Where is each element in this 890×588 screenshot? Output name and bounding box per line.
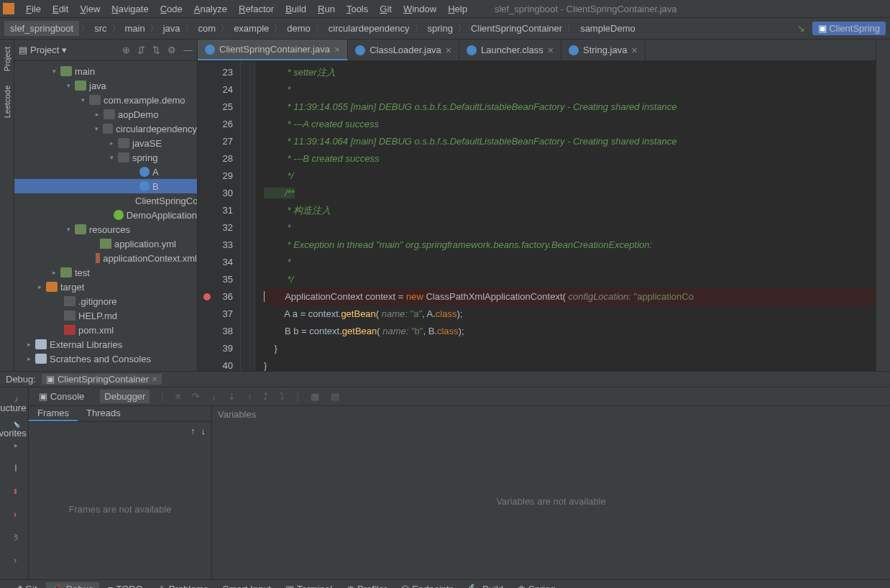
close-icon[interactable]: ×: [631, 45, 637, 56]
collapse-icon[interactable]: ⇅: [152, 45, 160, 55]
eval-icon[interactable]: ⤵: [280, 391, 285, 402]
tree-node[interactable]: DemoApplication: [14, 208, 197, 222]
force-step-icon[interactable]: ⇣: [228, 391, 236, 402]
tree-node[interactable]: ▸test: [14, 265, 197, 280]
menu-edit[interactable]: Edit: [47, 4, 74, 14]
project-panel-title[interactable]: ▤ Project ▾: [19, 45, 67, 55]
bottom-tab-debug[interactable]: 🐞Debug: [46, 582, 99, 588]
project-tree[interactable]: ▾main▾java▾com.example.demo▸aopDemo▾circ…: [14, 61, 197, 371]
locate-icon[interactable]: ⊕: [122, 45, 130, 55]
tree-node[interactable]: ▾resources: [14, 222, 197, 236]
drop-frame-icon[interactable]: ⤴: [263, 391, 268, 402]
tree-node[interactable]: ▸External Libraries: [14, 337, 197, 352]
menu-run[interactable]: Run: [312, 4, 341, 14]
layout2-icon[interactable]: ▤: [331, 391, 339, 402]
close-icon[interactable]: ×: [334, 44, 340, 55]
breadcrumb-seg[interactable]: sampleDemo: [577, 23, 638, 34]
code-area[interactable]: 232425262728293031323334353637383940 * s…: [198, 61, 890, 371]
run-cursor-icon[interactable]: ↑: [247, 391, 252, 402]
tree-node[interactable]: ▸aopDemo: [14, 107, 197, 121]
debug-session-tab[interactable]: ▣ ClientSpringContainer ×: [42, 374, 162, 385]
gutter[interactable]: 232425262728293031323334353637383940: [198, 61, 241, 371]
bottom-tab-smart-input[interactable]: Smart Input: [217, 582, 277, 588]
tree-node[interactable]: ▾com.example.demo: [14, 93, 197, 107]
step-into-icon[interactable]: ↷: [192, 391, 200, 402]
sidebar-tab-project[interactable]: Project: [3, 47, 12, 71]
bottom-tab-spring[interactable]: ❀Spring: [512, 582, 561, 588]
tree-node[interactable]: applicationContext.xml: [14, 251, 197, 265]
menu-analyze[interactable]: Analyze: [188, 4, 233, 14]
bottom-tab-problems[interactable]: ⚠Problems: [152, 582, 214, 588]
bottom-tab-terminal[interactable]: ▣Terminal: [280, 582, 338, 588]
sidebar-tab-leetcode[interactable]: Leetcode: [3, 86, 12, 118]
breadcrumb-seg[interactable]: example: [231, 23, 272, 34]
tree-node[interactable]: ▸Scratches and Consoles: [14, 352, 197, 366]
layout-icon[interactable]: ▦: [311, 391, 319, 402]
tree-node[interactable]: .gitignore: [14, 294, 197, 308]
bottom-tab-todo[interactable]: ≡TODO: [102, 582, 149, 588]
project-panel: ▤ Project ▾ ⊕ ⇵ ⇅ ⚙ — ▾main▾java▾com.exa…: [14, 40, 198, 371]
bottom-tab-endpoints[interactable]: ⬡Endpoints: [395, 582, 459, 588]
tree-node[interactable]: ▾circulardependency: [14, 121, 197, 136]
menu-navigate[interactable]: Navigate: [106, 4, 154, 14]
bottom-tab-profiler[interactable]: ◉Profiler: [341, 582, 393, 588]
breadcrumb-seg[interactable]: main: [122, 23, 148, 34]
bottom-tab-git[interactable]: ⎇Git: [6, 582, 43, 588]
menu-code[interactable]: Code: [155, 4, 188, 14]
sidebar-tab-favorites[interactable]: Favorites: [0, 428, 27, 438]
tree-node[interactable]: ▾spring: [14, 150, 197, 165]
tree-node[interactable]: pom.xml: [14, 323, 197, 337]
breadcrumb-seg[interactable]: circulardependency: [326, 23, 413, 34]
sidebar-tab-structure[interactable]: Structure: [0, 403, 26, 413]
close-icon[interactable]: ×: [446, 45, 451, 56]
expand-icon[interactable]: ⇵: [137, 45, 145, 55]
settings-icon[interactable]: ⚙: [168, 45, 176, 55]
breadcrumb-seg[interactable]: java: [160, 23, 183, 34]
menu-help[interactable]: Help: [442, 4, 473, 14]
tree-node[interactable]: ClientSpringCon: [14, 193, 197, 208]
tree-node[interactable]: ▸javaSE: [14, 136, 197, 150]
editor-tab[interactable]: ClassLoader.java×: [348, 40, 459, 60]
editor-tab[interactable]: ClientSpringContainer.java×: [198, 40, 348, 60]
source-code[interactable]: * setter注入 * * 11:39:14.055 [main] DEBUG…: [255, 61, 890, 371]
menu-git[interactable]: Git: [374, 4, 398, 14]
breadcrumb-seg[interactable]: slef_springboot: [4, 21, 79, 36]
menu-file[interactable]: File: [20, 4, 47, 14]
build-icon[interactable]: ↘: [797, 23, 805, 34]
menu-build[interactable]: Build: [280, 4, 312, 14]
menu-refactor[interactable]: Refactor: [233, 4, 280, 14]
fold-column[interactable]: [241, 61, 255, 371]
tree-node[interactable]: ▸target: [14, 280, 197, 294]
tree-node[interactable]: B: [14, 179, 197, 193]
prev-frame-icon[interactable]: ↑: [191, 426, 196, 436]
debugger-tab[interactable]: Debugger: [100, 390, 150, 403]
menu-view[interactable]: View: [74, 4, 106, 14]
threads-subtab[interactable]: Threads: [78, 406, 129, 421]
close-icon[interactable]: ×: [548, 45, 554, 56]
breadcrumb-seg[interactable]: ClientSpringContainer: [468, 23, 565, 34]
breadcrumb-seg[interactable]: src: [91, 23, 109, 34]
tree-node[interactable]: HELP.md: [14, 308, 197, 323]
run-config-selector[interactable]: ▣ ClientSpring: [812, 22, 886, 35]
frames-subtab[interactable]: Frames: [29, 406, 78, 421]
step-out-icon[interactable]: ↓: [211, 391, 216, 402]
next-frame-icon[interactable]: ↓: [201, 426, 206, 436]
console-tab[interactable]: ▣ Console: [35, 390, 88, 403]
menu-window[interactable]: Window: [398, 4, 442, 14]
breadcrumb-seg[interactable]: demo: [284, 23, 313, 34]
editor-tab[interactable]: String.java×: [561, 40, 646, 60]
breadcrumb-bar: slef_springboot〉src〉main〉java〉com〉exampl…: [0, 18, 890, 40]
tree-node[interactable]: ▾main: [14, 64, 197, 78]
hide-icon[interactable]: —: [183, 45, 193, 55]
tree-node[interactable]: A: [14, 165, 197, 179]
tree-node[interactable]: ▾java: [14, 78, 197, 93]
breadcrumb-seg[interactable]: spring: [425, 23, 456, 34]
problems-icon: ⚠: [157, 584, 166, 588]
menu-tools[interactable]: Tools: [341, 4, 374, 14]
breakpoint-icon[interactable]: [203, 293, 211, 300]
tree-node[interactable]: application.yml: [14, 236, 197, 251]
editor-tab[interactable]: Launcher.class×: [459, 40, 561, 60]
breadcrumb-seg[interactable]: com: [196, 23, 219, 34]
bottom-tab-build[interactable]: 🔨Build: [462, 582, 509, 588]
step-over-icon[interactable]: ≡: [175, 391, 181, 402]
